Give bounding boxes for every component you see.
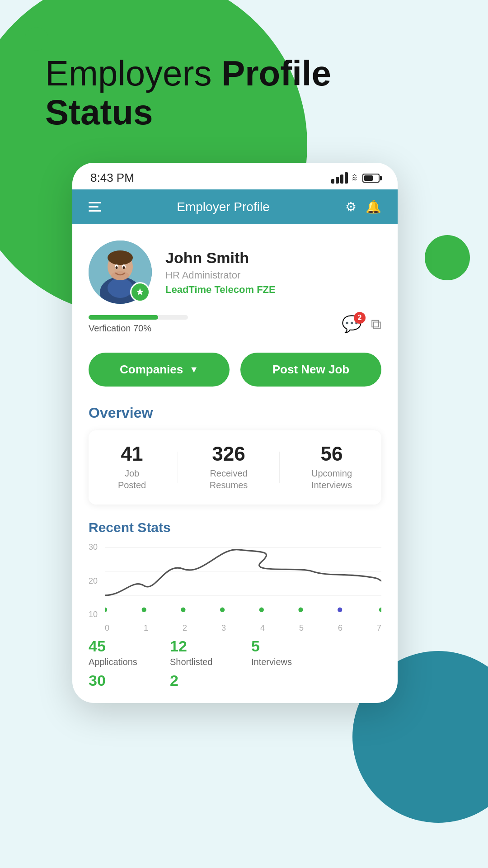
x-label-6: 6 [338, 623, 343, 633]
recent-stats-title: Recent Stats [89, 520, 381, 535]
x-label-7: 7 [377, 623, 381, 633]
hamburger-menu-icon[interactable] [89, 202, 101, 212]
stat-job-posted: 41 JobPosted [118, 444, 146, 491]
stat-upcoming-interviews-label: UpcomingInterviews [311, 467, 352, 491]
overview-title: Overview [89, 405, 381, 421]
svg-point-13 [105, 607, 107, 612]
svg-point-9 [111, 271, 129, 280]
headline-area: Employers Profile Status [45, 54, 331, 132]
stat-upcoming-interviews: 56 UpcomingInterviews [311, 444, 352, 491]
x-label-1: 1 [144, 623, 148, 633]
post-job-button[interactable]: Post New Job [240, 353, 381, 387]
stat-row2-col1: 30 [89, 672, 152, 689]
svg-point-8 [123, 266, 125, 269]
svg-point-14 [142, 607, 146, 612]
svg-point-4 [108, 250, 133, 265]
stat-applications-number: 45 [89, 637, 152, 655]
svg-point-17 [259, 607, 264, 612]
bottom-stats-row1: 45 Applications 12 Shortlisted 5 Intervi… [89, 637, 381, 667]
status-icons: ⩯ [331, 172, 380, 184]
companies-button-label: Companies [120, 363, 183, 377]
chart-y-labels: 30 20 10 [89, 542, 98, 619]
status-time: 8:43 PM [90, 171, 134, 185]
stat-applications: 45 Applications [89, 637, 152, 667]
profile-info: John Smith HR Administrator LeadTime Tel… [165, 249, 381, 296]
y-label-30: 30 [89, 542, 98, 552]
svg-point-15 [181, 607, 185, 612]
phone-mockup: 8:43 PM ⩯ Employer Profile ⚙ 🔔 [72, 163, 398, 703]
wifi-icon: ⩯ [352, 172, 358, 184]
stat-shortlisted-number: 12 [170, 637, 233, 655]
progress-bar-track [89, 315, 188, 320]
profile-role: HR Administrator [165, 269, 381, 281]
verification-section: Verfication 70% 💬 2 ⧉ [72, 315, 398, 348]
x-label-2: 2 [183, 623, 187, 633]
chart-svg [105, 542, 381, 619]
stat-row2-col1-number: 30 [89, 672, 152, 689]
app-header: Employer Profile ⚙ 🔔 [72, 189, 398, 224]
overview-divider-2 [279, 452, 280, 483]
headline-line2: Status [45, 93, 331, 132]
stat-job-posted-label: JobPosted [118, 467, 146, 491]
overview-divider-1 [178, 452, 178, 483]
x-label-3: 3 [221, 623, 226, 633]
y-label-10: 10 [89, 610, 98, 619]
svg-point-18 [298, 607, 303, 612]
notification-icon[interactable]: 🔔 [366, 199, 381, 214]
header-action-icons: ⚙ 🔔 [345, 199, 381, 214]
stat-row2-col2: 2 [170, 672, 233, 689]
chat-button[interactable]: 💬 2 [342, 315, 362, 334]
profile-company: LeadTime Telecom FZE [165, 284, 381, 296]
bottom-stats-row2: 30 2 [89, 672, 381, 689]
stat-applications-label: Applications [89, 657, 152, 667]
y-label-20: 20 [89, 576, 98, 586]
recent-stats-section: Recent Stats 30 20 10 [72, 515, 398, 703]
stat-shortlisted-label: Shortlisted [170, 657, 233, 667]
verify-bar-wrapper: Verfication 70% [89, 315, 188, 334]
bg-green-dot-top [25, 27, 48, 51]
stat-received-resumes-number: 326 [210, 444, 248, 464]
stat-received-resumes-label: ReceivedResumes [210, 467, 248, 491]
profile-name: John Smith [165, 249, 381, 267]
svg-point-2 [108, 278, 133, 298]
companies-button[interactable]: Companies ▼ [89, 353, 230, 387]
svg-point-7 [116, 266, 118, 269]
x-label-0: 0 [105, 623, 109, 633]
chart-x-labels: 0 1 2 3 4 5 6 7 [105, 623, 381, 633]
svg-point-19 [338, 607, 342, 612]
stat-job-posted-number: 41 [118, 444, 146, 464]
avatar-wrapper: ★ [89, 241, 152, 304]
share-icon[interactable]: ⧉ [371, 316, 381, 333]
chat-badge: 2 [354, 312, 366, 324]
svg-point-16 [220, 607, 225, 612]
overview-card: 41 JobPosted 326 ReceivedResumes 56 Upco… [89, 430, 381, 505]
star-badge: ★ [130, 282, 150, 302]
header-title: Employer Profile [177, 200, 269, 214]
profile-section: ★ John Smith HR Administrator LeadTime T… [72, 224, 398, 315]
verify-row: Verfication 70% 💬 2 ⧉ [89, 315, 381, 334]
bg-green-dot-right [425, 235, 470, 280]
stat-interviews-label: Interviews [251, 657, 314, 667]
headline-line1: Employers Profile [45, 54, 331, 93]
battery-icon [362, 174, 380, 183]
chart-area: 30 20 10 [89, 542, 381, 633]
settings-icon[interactable]: ⚙ [345, 199, 357, 214]
overview-section: Overview 41 JobPosted 326 ReceivedResume… [72, 400, 398, 515]
x-label-4: 4 [260, 623, 265, 633]
stat-interviews: 5 Interviews [251, 637, 314, 667]
status-bar: 8:43 PM ⩯ [72, 163, 398, 189]
stat-upcoming-interviews-number: 56 [311, 444, 352, 464]
chart-svg-wrapper [105, 542, 381, 619]
stat-received-resumes: 326 ReceivedResumes [210, 444, 248, 491]
signal-icon [331, 172, 348, 184]
chevron-down-icon: ▼ [189, 364, 198, 375]
verify-actions: 💬 2 ⧉ [342, 315, 381, 334]
action-buttons: Companies ▼ Post New Job [72, 348, 398, 400]
progress-bar-fill [89, 315, 158, 320]
stat-row2-col2-number: 2 [170, 672, 233, 689]
stat-shortlisted: 12 Shortlisted [170, 637, 233, 667]
x-label-5: 5 [299, 623, 304, 633]
svg-point-20 [379, 607, 381, 612]
verify-label: Verfication 70% [89, 323, 188, 334]
stat-interviews-number: 5 [251, 637, 314, 655]
